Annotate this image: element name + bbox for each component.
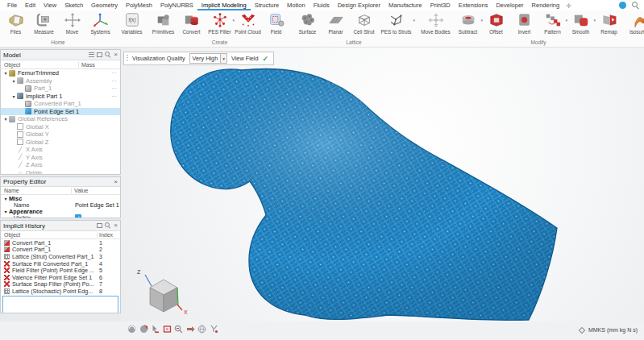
tree-item-z-axis[interactable]: Z Axis (1, 161, 120, 169)
planar-button[interactable]: Planar (322, 10, 350, 39)
fit-view-icon[interactable] (163, 325, 172, 334)
units-indicator[interactable]: MMKS (mm kg N s) (580, 327, 638, 333)
menu-item-print3d[interactable]: Print3D (426, 1, 455, 10)
column-mass[interactable]: Mass (79, 62, 120, 68)
property-row-visible[interactable]: Visible (1, 214, 120, 218)
checkbox-icon[interactable] (17, 139, 23, 145)
add-menu-icon[interactable]: ✛ (563, 2, 574, 10)
tree-item-origin[interactable]: Origin (1, 169, 120, 176)
history-row[interactable]: Lattice (Stochastic) Point Edg...8 (1, 288, 120, 295)
view-field-checkmark-icon[interactable] (263, 55, 269, 63)
history-row[interactable]: Convert Part_12 (1, 247, 120, 254)
view-direction-icon[interactable] (186, 325, 195, 334)
history-row[interactable]: Lattice (Strut) Converted Part_13 (1, 253, 120, 260)
pattern-button[interactable]: Pattern (538, 10, 567, 39)
search-icon[interactable] (105, 222, 111, 229)
invert-button[interactable]: Invert (510, 10, 538, 39)
quality-dropdown[interactable]: Very High (189, 53, 227, 64)
checkbox-icon[interactable] (17, 123, 23, 130)
tree-item-point-edge-set1[interactable]: Point Edge Set 1 (1, 108, 120, 116)
field-button[interactable]: Field (262, 10, 290, 39)
column-index[interactable]: Index (98, 232, 120, 238)
subtract-button[interactable]: Subtract (454, 10, 482, 39)
menu-item-rendering[interactable]: Rendering (528, 1, 564, 10)
surface-button[interactable]: Surface (293, 10, 322, 39)
history-row[interactable]: Valence Filter Point Edge Set 16 (1, 274, 120, 281)
menu-item-developer[interactable]: Developer (492, 1, 527, 10)
history-row[interactable]: Convert Part_11 (1, 239, 120, 247)
help-icon[interactable] (619, 2, 626, 9)
history-row[interactable]: Surface Snap Filter (Point) Po...7 (1, 281, 120, 288)
tree-item-global-x[interactable]: Global X (1, 123, 120, 131)
search-icon[interactable] (105, 52, 111, 58)
menu-item-file[interactable]: File (3, 1, 21, 10)
tree-item-x-axis[interactable]: X Axis (1, 146, 120, 154)
list-view-icon[interactable] (89, 52, 94, 57)
move-bodies-button[interactable]: Move Bodies (418, 10, 454, 39)
femur-lattice-model[interactable] (121, 48, 644, 321)
menu-item-implicit-modeling[interactable]: Implicit Modeling (197, 1, 251, 10)
expander-icon[interactable] (2, 70, 9, 76)
convert-button[interactable]: Convert (177, 10, 206, 39)
offset-button[interactable]: Offset (482, 10, 510, 39)
globe-render-icon[interactable] (197, 325, 206, 334)
cell-strut-button[interactable]: Cell Strut (350, 10, 378, 39)
column-object[interactable]: Object (1, 62, 79, 68)
files-button[interactable]: Files (2, 10, 30, 39)
view-cube[interactable] (139, 270, 189, 318)
menu-item-motion[interactable]: Motion (283, 1, 310, 10)
menu-item-sketch[interactable]: Sketch (60, 1, 87, 10)
variables-button[interactable]: f(x) Variables (118, 10, 146, 39)
chevron-down-icon[interactable] (220, 54, 226, 63)
close-icon[interactable] (114, 222, 118, 229)
orbit-view-icon[interactable] (127, 325, 136, 334)
smooth-button[interactable]: Smooth (567, 10, 595, 39)
menu-item-view[interactable]: View (39, 1, 60, 10)
column-name[interactable]: Name (1, 188, 72, 193)
zoom-icon[interactable] (174, 325, 183, 334)
expander-icon[interactable] (2, 116, 9, 122)
systems-button[interactable]: Systems (86, 10, 114, 39)
pes-to-struts-button[interactable]: PES to Struts (378, 10, 414, 39)
menu-item-geometry[interactable]: Geometry (87, 1, 122, 10)
expander-icon[interactable] (2, 196, 9, 201)
menu-item-edit[interactable]: Edit (21, 1, 39, 10)
menu-item-extensions[interactable]: Extensions (455, 1, 492, 10)
tree-item-part1[interactable]: Part_1 … (1, 85, 120, 93)
pes-filter-button[interactable]: PES Filter (206, 10, 234, 39)
tree-item-y-axis[interactable]: Y Axis (1, 154, 120, 162)
isolate-icon[interactable] (97, 223, 102, 228)
visible-checkbox[interactable] (75, 214, 81, 218)
menu-item-design-explorer[interactable]: Design Explorer (334, 1, 384, 10)
spin-view-icon[interactable] (139, 325, 148, 334)
move-button[interactable]: Move (58, 10, 86, 39)
point-cloud-button[interactable]: Point Cloud (234, 10, 262, 39)
menu-item-manufacture[interactable]: Manufacture (384, 1, 426, 10)
tree-item-global-z[interactable]: Global Z (1, 139, 120, 147)
tree-item-femurtrimmed[interactable]: FemurTrimmed … (1, 69, 120, 77)
menu-item-structure[interactable]: Structure (251, 1, 283, 10)
filter-display-icon[interactable] (210, 325, 218, 334)
expander-icon[interactable] (10, 78, 17, 84)
isolate-icon[interactable] (97, 52, 102, 57)
menu-item-fluids[interactable]: Fluids (310, 1, 334, 10)
primitives-button[interactable]: Primitives (149, 10, 177, 39)
column-value[interactable]: Value (72, 188, 120, 193)
close-icon[interactable] (114, 52, 118, 58)
expander-icon[interactable] (10, 93, 17, 99)
history-row[interactable]: Surface Fill Converted Part_14 (1, 260, 120, 267)
measure-button[interactable]: Measure (30, 10, 58, 39)
drag-handle[interactable] (127, 55, 128, 62)
menu-item-polymesh[interactable]: PolyMesh (122, 1, 156, 10)
tree-item-implicit-part1[interactable]: Implicit Part 1 … (1, 93, 120, 101)
menu-item-polynurbs[interactable]: PolyNURBS (156, 1, 197, 10)
select-view-icon[interactable] (151, 325, 160, 334)
tree-item-converted-part1[interactable]: Converted Part_1 (1, 100, 120, 108)
remap-button[interactable]: Remap (595, 10, 623, 39)
checkbox-icon[interactable] (17, 131, 23, 138)
tree-item-global-y[interactable]: Global Y (1, 131, 120, 139)
history-row[interactable]: Field Filter (Point) Point Edge ...5 (1, 267, 120, 274)
close-icon[interactable] (114, 179, 118, 185)
property-value-name[interactable]: Point Edge Set 1 (72, 201, 120, 209)
expander-icon[interactable] (2, 209, 9, 214)
